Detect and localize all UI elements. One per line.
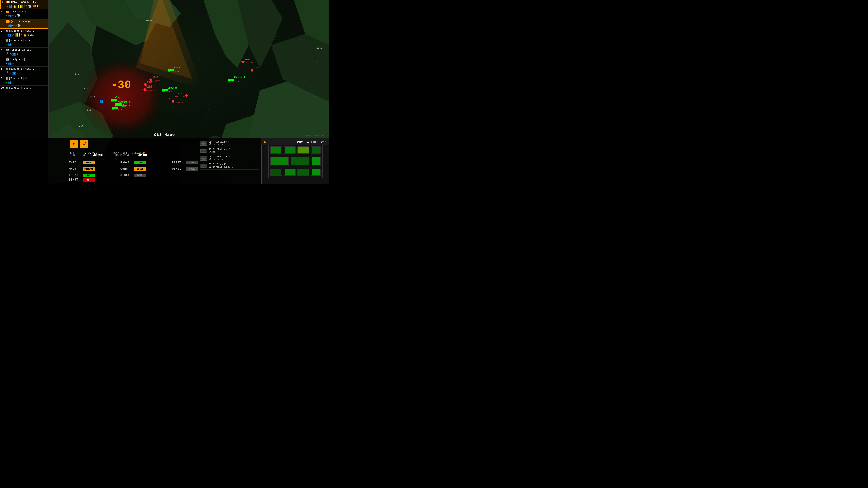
svg-text:Spotter: Spotter <box>168 87 177 89</box>
unit-icon-star: ✦ <box>17 71 18 75</box>
svg-text:2.0: 2.0 <box>74 72 79 75</box>
unit-icon-arrow: ↗ <box>5 43 7 46</box>
svg-text:10.0: 10.0 <box>146 20 152 22</box>
svg-text:0.5: 0.5 <box>90 95 95 98</box>
unit-number: 2 <box>1 30 5 32</box>
unit-row-flag[interactable]: 1 CH [Flag] CSS Bricky ↗ 👥 🔥 ▐▐▐ ⚡ ⊕ 📡 1… <box>0 0 49 9</box>
decoy-control[interactable]: DECOY DSBL <box>121 173 171 178</box>
svg-text:RNG 3,71m: RNG 3,71m <box>175 96 185 98</box>
unit-icon-people: 👥 <box>8 43 11 46</box>
unit-icon-diamond: ◇ <box>15 24 17 27</box>
unit-icon-bolt: ⚡ <box>23 4 25 8</box>
unit-icon-diamond: ◇ <box>15 14 17 18</box>
svg-text:RNG 2,989m: RNG 2,989m <box>112 108 123 110</box>
unit-row-bomber1[interactable]: 8 K [Bomber 1] CSS... 📍 ↗ 👥 ✦ <box>0 67 49 76</box>
unit-icon-target: ⊕ <box>26 4 27 8</box>
unit-icon-pin: 📍 <box>5 52 9 56</box>
unit-type-badge: K <box>6 77 8 79</box>
comm-control[interactable]: COMM XMIT <box>121 166 171 172</box>
ship-name-display: CSS Mage <box>154 133 175 137</box>
unit-name: [Flag] CSS Bricky <box>11 1 36 4</box>
equip-name-es22: ES22 'Pinard'Electronic Supp... <box>209 163 233 168</box>
unit-icon-arrow-slash: ↗ <box>6 24 7 27</box>
svg-text:RNG 8,791m: RNG 8,791m <box>228 80 239 82</box>
svg-text:1024: 1024 <box>147 86 152 88</box>
unit-ammo2: 21 <box>30 33 34 37</box>
bshrt-label: BSHRT <box>69 178 81 182</box>
thrtl-value: FULL <box>83 161 95 164</box>
svg-text:Bomber 2: Bomber 2 <box>119 104 130 107</box>
unit-row-mage[interactable]: 7 FF [ILL] CSS Mage ↗ 👥 ⊙ ◇ 📡 <box>0 19 49 29</box>
unit-icon-people: 👥 <box>8 80 11 84</box>
unit-row-hunter1[interactable]: 2 C [Hunter 1] CSS... ↗ 👥 ✓ ▐▐▐ ⚡ 🔥 9 21 <box>0 29 49 38</box>
unit-icon-star: ✦ <box>17 43 19 46</box>
unit-row-spotter[interactable]: 10 K [Spotter] CSS... 〰 <box>0 86 49 94</box>
unit-number: 4 <box>1 48 5 51</box>
unit-number: 5 <box>1 58 5 61</box>
svg-rect-101 <box>312 157 320 165</box>
unit-type-badge: FF <box>6 11 9 13</box>
radar-label: RADAR <box>121 161 133 164</box>
unit-icon-pin: 📍 <box>5 71 9 75</box>
unit-type-badge: K <box>6 68 8 70</box>
unit-icon-crosshair: ⊕ <box>12 62 14 65</box>
equip-name-rf101: RF101 'Bullseye'Radar <box>209 148 230 154</box>
unit-icon-arrow: ↗ <box>5 33 7 37</box>
svg-text:8438: 8438 <box>147 81 153 84</box>
decoy-label: DECOY <box>121 174 133 177</box>
dev-build-label: Development Build <box>307 135 328 137</box>
unit-type-badge: DD <box>6 58 9 61</box>
unit-row-hunter2[interactable]: 3 C [Hunter 2] CSS... ↗ 👥 ⊙ ◇ ✦ <box>0 38 49 48</box>
chevron-up-icon[interactable]: ▲ <box>264 140 266 144</box>
unit-icon-arrow: ↗ <box>6 4 8 8</box>
mnvr-control[interactable]: MNVR DIRECT <box>69 166 120 172</box>
unit-name: [Sniper 2] CS... <box>10 58 34 61</box>
thrust-label: THRUST PWR: <box>70 154 88 157</box>
svg-text:10.0: 10.0 <box>316 46 322 49</box>
shield-hud-icon[interactable]: 🛡 <box>80 140 88 148</box>
unit-row-bomber2[interactable]: 9 K [Bomber 2] C... ↗ 👥 <box>0 76 49 86</box>
svg-text:R789: R789 <box>254 67 259 69</box>
bshrt-control[interactable]: BSHRT OFF <box>67 178 97 182</box>
dmg-text: DMG: 1 TMS: 0/4 <box>297 140 327 143</box>
unit-type-badge: C <box>6 30 8 32</box>
svg-text:Hunter 2: Hunter 2 <box>174 66 184 69</box>
thrtl-control[interactable]: THRTL FULL <box>69 160 120 165</box>
esupt-control[interactable]: ESUPT ON <box>69 173 120 178</box>
equip-icon-e55 <box>200 141 207 146</box>
comm-value: XMIT <box>134 167 147 171</box>
svg-text:-30: -30 <box>111 78 131 92</box>
comm-label: COMM <box>121 167 133 170</box>
unit-icon-people: 👥 <box>12 52 16 56</box>
esupt-label: ESUPT <box>69 174 81 177</box>
pdmsl-value: DSBL <box>186 167 198 171</box>
snsr-label: SNSR COVER: <box>115 154 133 157</box>
svg-text:7.5: 7.5 <box>77 35 81 38</box>
svg-rect-99 <box>271 157 288 165</box>
lightning-hud-icon[interactable]: ⚡ <box>70 140 78 148</box>
pdtrt-value: DSBL <box>186 161 198 164</box>
radar-control[interactable]: RADAR ON <box>121 160 171 165</box>
svg-text:👥: 👥 <box>99 99 103 103</box>
unit-icon-antenna: 📡 <box>17 24 21 27</box>
unit-icon-bars3: ▐▐▐ <box>15 33 20 37</box>
unit-row-sniper2[interactable]: 5 DD [Sniper 2] CS... ↗ 👥 ⊕ <box>0 57 49 67</box>
unit-ammo2: 20 <box>37 4 41 8</box>
unit-icon-fire: 🔥 <box>23 33 27 37</box>
unit-icon-fire: 🔥 <box>13 4 17 8</box>
unit-row-sniper1[interactable]: 4 DD [Sniper 1] CSS... 📍 ◎ 👥 ⊕ <box>0 48 49 57</box>
svg-text:4185: 4185 <box>176 93 182 95</box>
unit-icon-people: 👥 <box>8 4 12 8</box>
equipment-list: E55 'Spotlight'Illuminator RF101 'Bullse… <box>198 138 261 184</box>
unit-row-ecm[interactable]: 6 FF [ECM] CSS C... ↗ 👥 ⊙ ◇ 📡 <box>0 9 49 19</box>
unit-icon-antenna: 📡 <box>28 4 32 8</box>
dev-build-text: Development Build <box>307 135 328 137</box>
thrtl-label: THRTL <box>69 161 81 164</box>
unit-type-badge: DD <box>6 49 9 51</box>
unit-type-badge: FF <box>6 20 10 23</box>
bshrt-value: OFF <box>83 178 95 182</box>
unit-number: 8 <box>1 68 5 70</box>
svg-rect-93 <box>285 147 295 153</box>
unit-icon-diamond: ◇ <box>15 43 17 46</box>
unit-number: 1 <box>2 1 6 4</box>
